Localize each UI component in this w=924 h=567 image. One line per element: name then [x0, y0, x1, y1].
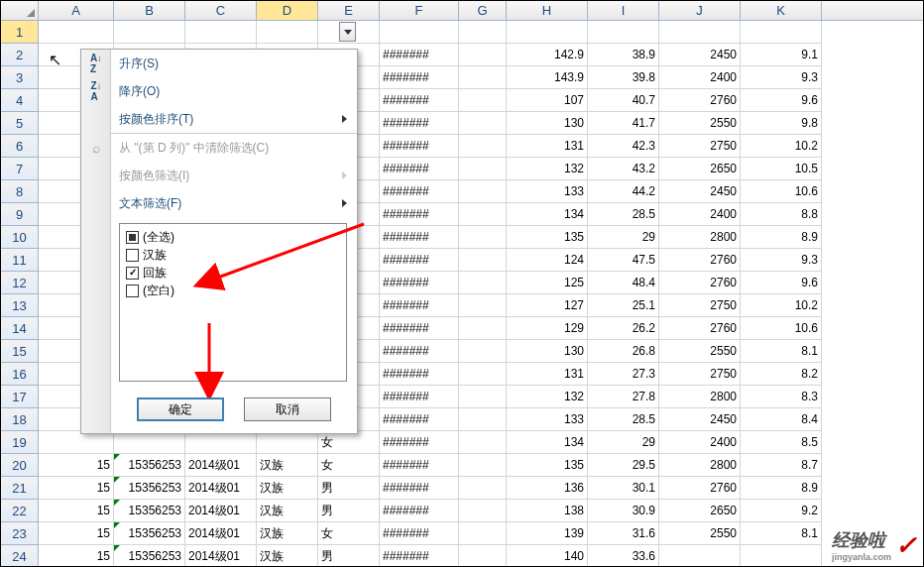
cell[interactable]: 134	[507, 203, 588, 226]
cell[interactable]: 135	[507, 454, 588, 477]
cell[interactable]	[39, 431, 114, 454]
ok-button[interactable]: 确定	[137, 397, 224, 421]
cell[interactable]: 129	[507, 317, 588, 340]
cell[interactable]	[459, 477, 507, 500]
cell[interactable]	[114, 21, 185, 44]
cell[interactable]: 汉族	[257, 500, 318, 522]
cell[interactable]: 2550	[659, 340, 741, 363]
cell[interactable]	[185, 431, 257, 454]
row-header[interactable]: 24	[1, 545, 39, 567]
filter-option[interactable]: (全选)	[126, 228, 340, 246]
row-header[interactable]: 7	[1, 158, 39, 180]
cell[interactable]: 9.3	[741, 249, 822, 272]
column-header-G[interactable]: G	[459, 1, 507, 20]
cell[interactable]: 8.9	[741, 226, 822, 249]
column-header-F[interactable]: F	[380, 1, 459, 20]
cell[interactable]: 131	[507, 135, 588, 158]
cell[interactable]	[659, 545, 741, 567]
cell[interactable]: 142.9	[507, 44, 588, 66]
cell[interactable]: #######	[380, 363, 459, 386]
cell[interactable]: #######	[380, 454, 459, 477]
cell[interactable]: 女	[318, 522, 380, 545]
cell[interactable]: 10.5	[741, 158, 822, 180]
cell[interactable]	[459, 272, 507, 294]
cell[interactable]: 15	[39, 545, 114, 567]
column-header-B[interactable]: B	[114, 1, 185, 20]
row-header[interactable]: 18	[1, 408, 39, 431]
cell[interactable]	[459, 180, 507, 203]
cell[interactable]: 2760	[659, 477, 741, 500]
cell[interactable]: 2400	[659, 66, 741, 89]
cell[interactable]: 汉族	[257, 545, 318, 567]
cell[interactable]: 47.5	[588, 249, 659, 272]
cell[interactable]: 2800	[659, 386, 741, 408]
cell[interactable]	[659, 21, 741, 44]
cell[interactable]: 131	[507, 363, 588, 386]
cell[interactable]: 30.9	[588, 500, 659, 522]
row-header[interactable]: 10	[1, 226, 39, 249]
cell[interactable]: 2450	[659, 44, 741, 66]
cell[interactable]: #######	[380, 249, 459, 272]
filter-dropdown-button[interactable]	[339, 22, 356, 42]
cell[interactable]: 9.6	[741, 272, 822, 294]
cell[interactable]	[459, 317, 507, 340]
cell[interactable]	[185, 21, 257, 44]
cell[interactable]	[459, 249, 507, 272]
cell[interactable]: 2760	[659, 272, 741, 294]
cell[interactable]: 138	[507, 500, 588, 522]
cell[interactable]: 汉族	[257, 454, 318, 477]
cell[interactable]: 8.3	[741, 386, 822, 408]
row-header[interactable]: 6	[1, 135, 39, 158]
cell[interactable]: 28.5	[588, 408, 659, 431]
cell[interactable]: 15356253	[114, 545, 185, 567]
column-header-D[interactable]: D	[257, 1, 318, 20]
select-all-corner[interactable]	[1, 1, 39, 20]
cell[interactable]: 8.4	[741, 408, 822, 431]
cell[interactable]: #######	[380, 203, 459, 226]
cell[interactable]: 9.8	[741, 112, 822, 135]
cell[interactable]	[459, 340, 507, 363]
cell[interactable]: 汉族	[257, 522, 318, 545]
cell[interactable]: 15356253	[114, 522, 185, 545]
row-header[interactable]: 8	[1, 180, 39, 203]
cell[interactable]: 8.1	[741, 340, 822, 363]
cell[interactable]: 8.5	[741, 431, 822, 454]
cell[interactable]: 2750	[659, 294, 741, 317]
row-header[interactable]: 16	[1, 363, 39, 386]
cell[interactable]: #######	[380, 112, 459, 135]
cell[interactable]: 38.9	[588, 44, 659, 66]
cell[interactable]: 2800	[659, 226, 741, 249]
cell[interactable]: 43.2	[588, 158, 659, 180]
cell[interactable]: 男	[318, 477, 380, 500]
cell[interactable]	[459, 203, 507, 226]
column-header-K[interactable]: K	[741, 1, 822, 20]
cell[interactable]	[459, 44, 507, 66]
cell[interactable]: #######	[380, 226, 459, 249]
cell[interactable]: 124	[507, 249, 588, 272]
cell[interactable]	[459, 500, 507, 522]
checkbox[interactable]	[126, 249, 139, 262]
cell[interactable]: 135	[507, 226, 588, 249]
sort-ascending[interactable]: A↓Z 升序(S)	[81, 50, 357, 77]
sort-by-color[interactable]: 按颜色排序(T)	[81, 105, 357, 133]
row-header[interactable]: 2	[1, 44, 39, 66]
cell[interactable]: 汉族	[257, 477, 318, 500]
cell[interactable]	[459, 135, 507, 158]
cell[interactable]: 140	[507, 545, 588, 567]
row-header[interactable]: 14	[1, 317, 39, 340]
cell[interactable]: 27.8	[588, 386, 659, 408]
cell[interactable]: 15	[39, 522, 114, 545]
cell[interactable]	[114, 431, 185, 454]
cell[interactable]	[459, 89, 507, 112]
cell[interactable]: 2760	[659, 249, 741, 272]
cell[interactable]	[39, 21, 114, 44]
cell[interactable]: 139	[507, 522, 588, 545]
cell[interactable]: 30.1	[588, 477, 659, 500]
cell[interactable]	[507, 21, 588, 44]
cell[interactable]: 9.2	[741, 500, 822, 522]
cell[interactable]: 女	[318, 454, 380, 477]
cell[interactable]: 125	[507, 272, 588, 294]
cell[interactable]: #######	[380, 317, 459, 340]
cell[interactable]: 2450	[659, 408, 741, 431]
row-header[interactable]: 15	[1, 340, 39, 363]
